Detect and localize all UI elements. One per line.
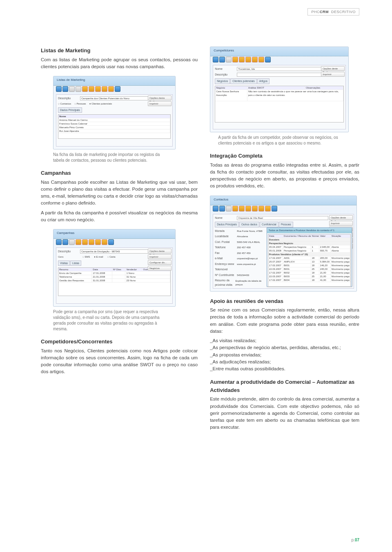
- toolbar-icon[interactable]: [239, 206, 245, 211]
- toolbar-icon[interactable]: [258, 57, 264, 62]
- bullet: As visitas realizadas;: [210, 337, 359, 344]
- toolbar-icon[interactable]: [213, 206, 218, 211]
- col-header: Nome: [58, 115, 170, 118]
- toolbar-icon[interactable]: [108, 239, 114, 245]
- window-title: Contactos: [214, 197, 228, 202]
- toolbar-icon[interactable]: [226, 57, 232, 62]
- toolbar-icon[interactable]: [219, 206, 225, 211]
- toolbar-icon[interactable]: [102, 86, 107, 92]
- tab[interactable]: Listas: [70, 260, 81, 266]
- side-btn[interactable]: Configurar div...: [148, 260, 172, 265]
- tab[interactable]: Dados Principais: [58, 107, 82, 113]
- toolbar-icon[interactable]: [102, 239, 107, 245]
- toolbar-icon[interactable]: [56, 239, 62, 245]
- section-campanhas-p2: A partir da ficha da campanha é possível…: [41, 209, 198, 224]
- section-listas-body: Com as listas de Marketing pode agrupar …: [41, 56, 198, 71]
- section-integracao-title: Integração Completa: [210, 152, 359, 160]
- side-btn[interactable]: Opções deste Ecrã: [148, 249, 172, 254]
- toolbar-icon[interactable]: [252, 206, 258, 211]
- field-label: Nome: [215, 67, 235, 71]
- toolbar-icon[interactable]: [232, 57, 238, 62]
- side-btn[interactable]: Opções deste Ecrã: [321, 66, 345, 71]
- toolbar-icon[interactable]: [232, 206, 238, 211]
- bullet: As propostas enviadas;: [210, 352, 359, 358]
- window-title: Campanhas: [57, 231, 74, 236]
- window-title: Listas de Marketing: [57, 78, 85, 82]
- radio-opt[interactable]: ○ Contactos: [58, 102, 71, 106]
- toolbar-icon[interactable]: [265, 57, 271, 62]
- brand-suffix: DESCRITIVO: [331, 10, 356, 14]
- toolbar-icon[interactable]: [245, 206, 251, 211]
- toolbar-icon[interactable]: [69, 239, 75, 245]
- toolbar-icon[interactable]: [108, 86, 114, 92]
- toolbar-icon[interactable]: [239, 57, 245, 62]
- section-listas-title: Listas de Marketing: [41, 47, 198, 55]
- toolbar-icon[interactable]: [62, 86, 68, 92]
- data-grid[interactable]: Negócio Análise SWOT Observações Cara No…: [215, 86, 344, 122]
- bullet: As adjudicações realizadas;: [210, 358, 359, 365]
- overlay-title: Todos os Documentos e Produtos Vendidos …: [267, 228, 352, 233]
- overlay-window: Todos os Documentos e Produtos Vendidos …: [267, 227, 352, 287]
- radio-opt[interactable]: ○ Pessoas: [74, 102, 86, 106]
- apoio-bullets: As visitas realizadas; As perspectivas d…: [210, 337, 359, 372]
- field-label: Descrição: [58, 96, 78, 101]
- radio-opt[interactable]: ○ Carta: [107, 255, 116, 259]
- field-label: Descrição: [215, 73, 235, 77]
- page-number: p.07: [352, 538, 359, 542]
- side-btn[interactable]: Opções deste Ecrã: [329, 215, 353, 220]
- toolbar-icon[interactable]: [95, 86, 101, 92]
- bullet: As perspectivas de negócio abertas, perd…: [210, 344, 359, 351]
- toolbar-icon[interactable]: [69, 86, 75, 92]
- tab[interactable]: Visitas: [58, 260, 70, 266]
- toolbar-icon[interactable]: [89, 239, 94, 245]
- side-btn[interactable]: Imprimir: [148, 254, 172, 259]
- toolbar-icon[interactable]: [252, 57, 258, 62]
- tab[interactable]: Negócios: [215, 78, 230, 84]
- toolbar-icon[interactable]: [115, 86, 120, 92]
- toolbar-icon[interactable]: [245, 57, 251, 62]
- window-body: Opções desta Ecrã Imprimir DescriçãoCamp…: [56, 94, 173, 147]
- toolbar-icon[interactable]: [219, 57, 225, 62]
- radio-opt[interactable]: ● E-mail: [94, 255, 103, 259]
- radio-opt[interactable]: ○ SMS: [82, 255, 90, 259]
- screenshot-campanhas: Campanhas Opções deste Ecrã Imprimir Con…: [53, 229, 176, 307]
- section-produtividade-title: Aumentar a produtividade do Comercial – …: [210, 378, 359, 394]
- name-input[interactable]: Orquestra de Vila Real: [237, 216, 328, 220]
- toolbar-icon[interactable]: [95, 239, 101, 245]
- tab[interactable]: Confidencial: [260, 222, 278, 227]
- section-apoio-body: Se reúne com os seus Comerciais regularm…: [210, 307, 359, 335]
- window-body: Opções deste Ecrã Imprimir NomeTrocatint…: [213, 65, 346, 129]
- toolbar-icon[interactable]: [82, 86, 88, 92]
- side-btn[interactable]: Negócios: [148, 266, 172, 271]
- brand-bold: CRM: [320, 10, 329, 14]
- caption-competidores: A partir da ficha de um competidor, pode…: [218, 135, 341, 146]
- toolbar-icon[interactable]: [226, 206, 232, 211]
- toolbar-icon[interactable]: [56, 86, 62, 92]
- tab[interactable]: Clientes potenciais: [230, 78, 257, 84]
- tab[interactable]: Dados Principais: [215, 222, 239, 227]
- toolbar-icon[interactable]: [258, 206, 264, 211]
- tab[interactable]: Artigos: [257, 78, 270, 84]
- side-btn[interactable]: Imprimir: [329, 221, 353, 226]
- radio-opt[interactable]: ● Clientes potenciais: [89, 102, 112, 106]
- side-btn[interactable]: Imprimir: [321, 72, 345, 77]
- data-grid[interactable]: Resumo Data Nº Dias Vendedor Outros Dado…: [58, 267, 171, 296]
- side-btn[interactable]: Opções desta Ecrã: [148, 96, 172, 100]
- tab[interactable]: Pessoas: [279, 222, 293, 227]
- toolbar-icon[interactable]: [76, 239, 81, 245]
- side-btn[interactable]: Imprimir: [148, 101, 172, 106]
- toolbar-icon[interactable]: [89, 86, 94, 92]
- main-two-column: Listas de Marketing Com as listas de Mar…: [41, 41, 359, 434]
- toolbar-icon[interactable]: [265, 206, 271, 211]
- window-toolbar: [56, 86, 173, 93]
- left-column: Listas de Marketing Com as listas de Mar…: [41, 41, 198, 434]
- toolbar-icon[interactable]: [62, 239, 68, 245]
- side-buttons: Opções deste Ecrã Imprimir: [321, 66, 345, 77]
- tab[interactable]: Outros dados: [239, 222, 259, 227]
- toolbar-icon[interactable]: [82, 239, 88, 245]
- toolbar-icon[interactable]: [76, 86, 81, 92]
- toolbar-icon[interactable]: [213, 57, 218, 62]
- data-grid[interactable]: Nome António Manuel do Carmo Francisco S…: [58, 114, 171, 139]
- toolbar-icon[interactable]: [272, 206, 277, 211]
- caption-listas: Na ficha da lista de marketing pode impo…: [53, 152, 167, 163]
